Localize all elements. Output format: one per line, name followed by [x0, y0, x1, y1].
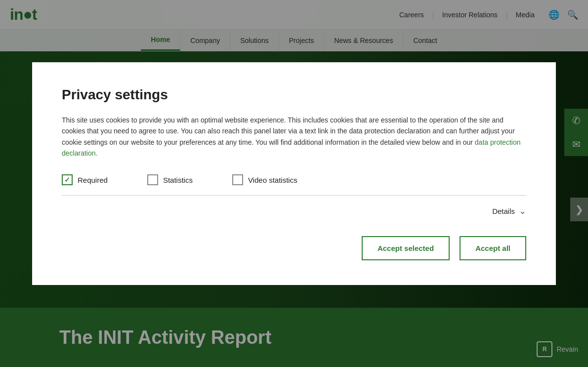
details-label: Details	[492, 207, 515, 215]
checkbox-video-statistics-label: Video statistics	[248, 176, 297, 184]
checkbox-video-statistics[interactable]: Video statistics	[232, 174, 297, 185]
checkbox-statistics-box[interactable]	[147, 174, 158, 185]
checkboxes-row: ✓ Required Statistics Video statistics	[62, 174, 526, 185]
modal-description-text: This site uses cookies to provide you wi…	[62, 116, 515, 146]
details-chevron-icon: ⌄	[519, 205, 526, 216]
checkbox-statistics[interactable]: Statistics	[147, 174, 193, 185]
checkbox-required-box[interactable]: ✓	[62, 174, 73, 185]
checkbox-required-label: Required	[78, 176, 108, 184]
details-row[interactable]: Details ⌄	[62, 205, 526, 216]
accept-all-button[interactable]: Accept all	[460, 236, 526, 260]
modal-overlay: Privacy settings This site uses cookies …	[0, 0, 588, 367]
buttons-row: Accept selected Accept all	[62, 236, 526, 260]
checkbox-video-statistics-box[interactable]	[232, 174, 243, 185]
modal-description: This site uses cookies to provide you wi…	[62, 115, 526, 159]
privacy-modal: Privacy settings This site uses cookies …	[32, 62, 556, 285]
modal-title: Privacy settings	[62, 87, 526, 103]
checkbox-statistics-label: Statistics	[163, 176, 193, 184]
modal-divider	[62, 195, 526, 196]
checkbox-required[interactable]: ✓ Required	[62, 174, 108, 185]
accept-selected-button[interactable]: Accept selected	[362, 236, 450, 260]
checkbox-required-check: ✓	[64, 176, 70, 184]
